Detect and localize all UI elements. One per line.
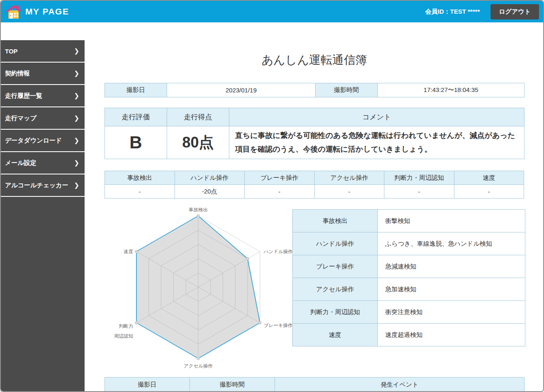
breakdown-header: アクセル操作 [314, 171, 384, 185]
chevron-right-icon: ❯ [74, 181, 79, 189]
detect-label: 事故検出 [293, 210, 378, 232]
photo-time-label: 撮影時間 [316, 83, 378, 97]
breakdown-header: 判断力・周辺認知 [384, 171, 454, 185]
sidebar-item-driving-map[interactable]: 走行マップ ❯ [1, 107, 85, 129]
detect-desc: 急減速検知 [378, 255, 525, 278]
sidebar-item-alcohol-checker[interactable]: アルコールチェッカー ❯ [1, 174, 85, 196]
photo-date-label: 撮影日 [105, 83, 167, 97]
event-table: 撮影日 撮影時間 発生イベント [104, 377, 525, 391]
detect-label: アクセル操作 [293, 278, 378, 301]
brand-title: MY PAGE [25, 7, 69, 17]
sidebar-item-contract-info[interactable]: 契約情報 ❯ [1, 63, 85, 84]
detect-desc: 衝突注意検知 [378, 301, 525, 324]
chevron-right-icon: ❯ [74, 47, 79, 55]
chevron-right-icon: ❯ [74, 137, 79, 144]
detect-label: 判断力・周辺認知 [293, 301, 378, 324]
event-name-header: 発生イベント [275, 377, 525, 392]
chevron-right-icon: ❯ [74, 70, 79, 77]
breakdown-value: - [454, 185, 524, 198]
detect-desc: ふらつき、車線逸脱、急ハンドル検知 [378, 232, 525, 255]
sidebar-item-mail-settings[interactable]: メール設定 ❯ [1, 152, 85, 174]
sidebar-item-label: 契約情報 [5, 70, 30, 77]
table-row: 事故検出 ハンドル操作 ブレーキ操作 アクセル操作 判断力・周辺認知 速度 [105, 171, 524, 185]
detect-desc: 急加速検知 [378, 278, 525, 301]
detect-desc: 速度超過検知 [378, 324, 525, 346]
logout-button[interactable]: ログアウト [491, 4, 539, 19]
sidebar-item-label: TOP [5, 48, 18, 55]
breakdown-value: - [384, 185, 454, 198]
sidebar-item-driving-history[interactable]: 走行履歴一覧 ❯ [1, 85, 85, 106]
rating-eval-value: B [105, 126, 167, 159]
radar-axis-label: ハンドル操作 [263, 249, 293, 254]
sidebar-filler [1, 197, 85, 391]
rating-score-header: 走行得点 [167, 108, 229, 126]
score-breakdown-table: 事故検出 ハンドル操作 ブレーキ操作 アクセル操作 判断力・周辺認知 速度 - … [104, 171, 524, 198]
chevron-right-icon: ❯ [74, 92, 79, 99]
sidebar-item-data-download[interactable]: データダウンロード ❯ [1, 130, 85, 151]
rating-table: 走行評価 走行得点 コメント B 80点 直ちに事故に繋がる可能性のある危険な運… [104, 108, 525, 159]
breakdown-value: - [105, 185, 175, 198]
member-id: 会員ID：TEST ***** [425, 8, 480, 16]
home-icon [6, 4, 21, 19]
photo-time-value: 17:43:27〜18:04:35 [378, 83, 525, 97]
sidebar-item-label: 走行マップ [5, 114, 36, 122]
table-row: ハンドル操作 ふらつき、車線逸脱、急ハンドル検知 [293, 232, 525, 255]
breakdown-value: - [314, 185, 384, 198]
table-row: - -20点 - - - - [105, 185, 524, 198]
table-row: 撮影日 撮影時間 発生イベント [105, 377, 525, 392]
rating-comment-text: 直ちに事故に繋がる可能性のある危険な運転は行われていませんが、減点があった項目を… [229, 126, 525, 159]
sidebar: TOP ❯ 契約情報 ❯ 走行履歴一覧 ❯ 走行マップ ❯ データダウンロード … [1, 40, 85, 391]
radar-axis-label: アクセル操作 [184, 363, 213, 368]
rating-score-value: 80点 [167, 126, 229, 159]
rating-eval-header: 走行評価 [105, 108, 167, 126]
detection-description-table: 事故検出 衝撃検知 ハンドル操作 ふらつき、車線逸脱、急ハンドル検知 ブレーキ操… [292, 209, 525, 346]
chevron-right-icon: ❯ [74, 114, 79, 122]
sidebar-item-label: 走行履歴一覧 [5, 92, 42, 100]
table-row: B 80点 直ちに事故に繋がる可能性のある危険な運転は行われていませんが、減点が… [105, 126, 525, 159]
breakdown-value: - [245, 185, 315, 198]
breakdown-header: ブレーキ操作 [245, 171, 315, 185]
table-row: ブレーキ操作 急減速検知 [293, 255, 525, 278]
table-row: 事故検出 衝撃検知 [293, 210, 525, 232]
event-date-header: 撮影日 [105, 377, 190, 392]
rating-comment-header: コメント [229, 108, 525, 126]
brand-logo[interactable]: MY PAGE [6, 4, 69, 19]
photo-date-value: 2023/01/19 [167, 83, 316, 97]
detect-label: 速度 [293, 324, 378, 346]
breakdown-header: 速度 [454, 171, 524, 185]
sidebar-item-label: メール設定 [5, 159, 36, 167]
detect-desc: 衝撃検知 [378, 210, 525, 232]
radar-chart: 事故検出ハンドル操作ブレーキ操作アクセル操作判断力周辺認知速度 [104, 200, 295, 374]
main-content: あんしん運転通信簿 撮影日 2023/01/19 撮影時間 17:43:27〜1… [85, 22, 543, 391]
app-header: MY PAGE 会員ID：TEST ***** ログアウト [1, 1, 543, 22]
breakdown-value: -20点 [175, 185, 245, 198]
detect-label: ブレーキ操作 [293, 255, 378, 278]
event-time-header: 撮影時間 [190, 377, 275, 392]
browser-window: MY PAGE 会員ID：TEST ***** ログアウト TOP ❯ 契約情報… [0, 0, 544, 392]
breakdown-header: ハンドル操作 [175, 171, 245, 185]
table-row: 撮影日 2023/01/19 撮影時間 17:43:27〜18:04:35 [105, 83, 525, 97]
radar-axis-label: 速度 [124, 249, 134, 254]
table-row: アクセル操作 急加速検知 [293, 278, 525, 301]
table-row: 走行評価 走行得点 コメント [105, 108, 525, 126]
table-row: 判断力・周辺認知 衝突注意検知 [293, 301, 525, 324]
radar-axis-label: ブレーキ操作 [264, 323, 293, 328]
page-title: あんしん運転通信簿 [104, 52, 524, 68]
radar-axis-label: 判断力周辺認知 [114, 324, 133, 339]
radar-axis-label: 事故検出 [189, 207, 208, 212]
photo-info-table: 撮影日 2023/01/19 撮影時間 17:43:27〜18:04:35 [104, 83, 525, 97]
sidebar-item-label: データダウンロード [5, 137, 62, 145]
breakdown-header: 事故検出 [105, 171, 175, 185]
sidebar-item-label: アルコールチェッカー [5, 181, 68, 189]
chevron-right-icon: ❯ [74, 159, 79, 167]
detect-label: ハンドル操作 [293, 232, 378, 255]
sidebar-item-top[interactable]: TOP ❯ [1, 40, 85, 62]
table-row: 速度 速度超過検知 [293, 324, 525, 346]
